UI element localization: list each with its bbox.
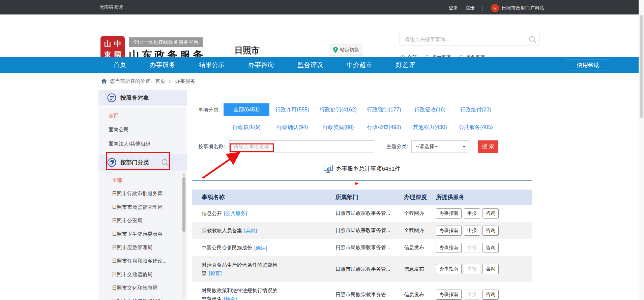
guide-button[interactable]: 办事指南: [436, 208, 462, 219]
category-tab-行政给付[interactable]: 行政给付(23): [453, 103, 499, 116]
service-object-icon: [107, 93, 116, 102]
item-tag-link[interactable]: [确认]: [254, 245, 267, 251]
nav-item-6[interactable]: 好差评: [396, 57, 415, 73]
department-search-icon[interactable]: [161, 159, 169, 167]
category-tab-其他权力[interactable]: 其他权力(430): [407, 121, 453, 134]
category-tab-行政征收[interactable]: 行政征收(16): [407, 103, 453, 116]
service-object-item-2[interactable]: 面向法人/其他组织: [98, 137, 187, 151]
department-item-9[interactable]: 日照市自然资源和规划...: [98, 295, 187, 300]
department-item-0[interactable]: 全部: [98, 173, 187, 187]
table-row-0: 信息公开[公共服务]日照市民族宗教事务管...全程网办办事指南申报咨询: [192, 205, 532, 222]
item-tag-link[interactable]: [检查]: [224, 296, 237, 300]
consult-button[interactable]: 咨询: [482, 208, 499, 219]
service-object-title: 按服务对象: [120, 94, 149, 102]
department-item-7[interactable]: 日照市交通运输局: [98, 268, 187, 281]
consult-button[interactable]: 咨询: [482, 226, 499, 236]
sidebar-section-service-object[interactable]: 按服务对象: [98, 90, 187, 107]
select-caret-icon: ▼: [462, 145, 466, 148]
page-scrollbar-thumb[interactable]: [640, 15, 643, 118]
register-link[interactable]: 注册: [465, 5, 475, 11]
category-tab-行政奖励[interactable]: 行政奖励(88): [315, 121, 361, 134]
service-object-item-1[interactable]: 面向公民: [98, 123, 187, 137]
content: 按服务对象 全部面向公民面向法人/其他组织 按部门分类 ▲ 全部日照市行政审批服…: [0, 90, 644, 300]
stats-chart-icon: [324, 165, 333, 173]
category-tab-公共服务[interactable]: 公共服务(405): [453, 121, 499, 134]
topic-select[interactable]: --请选择-- ▼: [411, 140, 469, 153]
consult-button[interactable]: 咨询: [482, 264, 499, 274]
category-tabs-block: 事项分类: 全部(6451)行政许可(555)行政处罚(4162)行政强制(17…: [192, 103, 532, 134]
nav-item-1[interactable]: 办事服务: [150, 57, 175, 73]
main-nav: 首页办事服务结果公示办事咨询监督评议中介超市好差评使用帮助: [0, 57, 639, 73]
cell-item-name: 宗教教职人员备案[其他]: [192, 222, 333, 239]
guide-button[interactable]: 办事指南: [436, 264, 462, 274]
help-button[interactable]: 使用帮助: [566, 60, 610, 70]
category-tabs: 全部(6451)行政许可(555)行政处罚(4162)行政强制(177)行政征收…: [224, 103, 499, 134]
service-object-item-0[interactable]: 全部: [98, 108, 187, 123]
category-tab-行政确认[interactable]: 行政确认(94): [269, 121, 315, 134]
breadcrumb-home[interactable]: 首页: [155, 78, 165, 85]
cell-services: 办事指南申报咨询: [436, 264, 532, 274]
department-item-4[interactable]: 日照市卫生健康委员会: [98, 227, 187, 241]
guide-button[interactable]: 办事指南: [436, 226, 462, 236]
seal-char-3: 國: [114, 51, 121, 58]
home-icon: [101, 78, 107, 84]
location-pin-icon: [333, 47, 338, 53]
item-tag-link[interactable]: [公共服务]: [224, 210, 247, 216]
apply-button: 申报: [464, 290, 480, 300]
category-tab-全部[interactable]: 全部(6451): [224, 103, 269, 116]
scrollbar-up-icon[interactable]: ▲: [182, 173, 185, 176]
cell-item-name: 对民族政策和法律法规执行情况的监督检查[检查]: [192, 282, 333, 300]
department-item-3[interactable]: 日照市公安局: [98, 214, 187, 227]
sidebar-scrollbar: ▲: [182, 173, 185, 299]
apply-button[interactable]: 申报: [464, 226, 480, 236]
sidebar-section-department[interactable]: 按部门分类: [98, 154, 187, 171]
department-item-8[interactable]: 日照市文化和旅游局: [98, 281, 187, 295]
portal-link[interactable]: 日照市政府门户网站: [502, 5, 544, 11]
cell-services: 办事指南申报咨询: [436, 226, 532, 236]
category-tab-行政强制[interactable]: 行政强制(177): [361, 103, 407, 116]
department-item-6[interactable]: 日照市住房和城乡建设...: [98, 254, 187, 268]
login-link[interactable]: 登录: [448, 5, 458, 11]
category-tab-行政裁决[interactable]: 行政裁决(9): [224, 121, 269, 134]
department-item-2[interactable]: 日照市市场监督管理局: [98, 200, 187, 214]
nav-item-5[interactable]: 中介超市: [347, 57, 372, 73]
service-object-list: 全部面向公民面向法人/其他组织: [98, 107, 187, 154]
breadcrumb: 您当前所在的位置: 首页 > 办事服务: [0, 73, 639, 90]
category-tab-行政许可[interactable]: 行政许可(555): [269, 103, 315, 116]
item-tag-link[interactable]: [其他]: [244, 228, 257, 233]
nav-item-4[interactable]: 监督评议: [297, 57, 323, 73]
apply-button[interactable]: 申报: [464, 208, 480, 219]
consult-button[interactable]: 咨询: [482, 290, 499, 300]
caret-row: ▶: [192, 181, 532, 186]
accessibility-link[interactable]: 无障碍阅读: [99, 4, 123, 10]
item-name-input[interactable]: [229, 140, 374, 153]
nav-item-2[interactable]: 结果公示: [199, 57, 225, 73]
seal-char-1: 中: [114, 40, 121, 47]
guide-button[interactable]: 办事指南: [436, 290, 462, 300]
site-switch-button[interactable]: 站点切换: [329, 44, 363, 56]
search-icon[interactable]: [529, 36, 536, 43]
item-tag-link[interactable]: [检查]: [209, 270, 222, 276]
guide-button[interactable]: 办事指南: [436, 243, 462, 253]
cell-item-name: 对清真食品生产经营条件的监督检查[检查]: [192, 256, 333, 282]
stats-row: 办事服务总计事项6451件: [192, 164, 532, 173]
category-tab-行政检查[interactable]: 行政检查(492): [361, 121, 407, 134]
consult-button[interactable]: 咨询: [482, 243, 499, 253]
breadcrumb-current[interactable]: 办事服务: [175, 78, 195, 85]
department-item-1[interactable]: 日照市行政审批服务局: [98, 187, 187, 200]
nav-item-0[interactable]: 首页: [113, 57, 126, 73]
sidebar-scrollbar-thumb[interactable]: [182, 177, 185, 232]
table-row-2: 中国公民变更民族成份[确认]日照市民族宗教事务管...信息发布办事指南申报咨询: [192, 239, 532, 256]
cell-depth: 信息发布: [404, 244, 436, 251]
main-panel: 事项分类: 全部(6451)行政许可(555)行政处罚(4162)行政强制(17…: [192, 90, 532, 300]
category-tab-行政处罚[interactable]: 行政处罚(4162): [315, 103, 361, 116]
keyword-search-box: [400, 33, 539, 45]
page-scrollbar: [639, 0, 644, 300]
cell-services: 办事指南申报咨询: [436, 290, 532, 300]
keyword-search-input[interactable]: [400, 33, 539, 45]
cell-services: 办事指南申报咨询: [436, 208, 532, 219]
nav-item-3[interactable]: 办事咨询: [248, 57, 274, 73]
department-item-5[interactable]: 日照市应急管理局: [98, 241, 187, 254]
sidebar: 按服务对象 全部面向公民面向法人/其他组织 按部门分类 ▲ 全部日照市行政审批服…: [98, 90, 187, 300]
search-button[interactable]: 搜 索: [478, 140, 498, 153]
